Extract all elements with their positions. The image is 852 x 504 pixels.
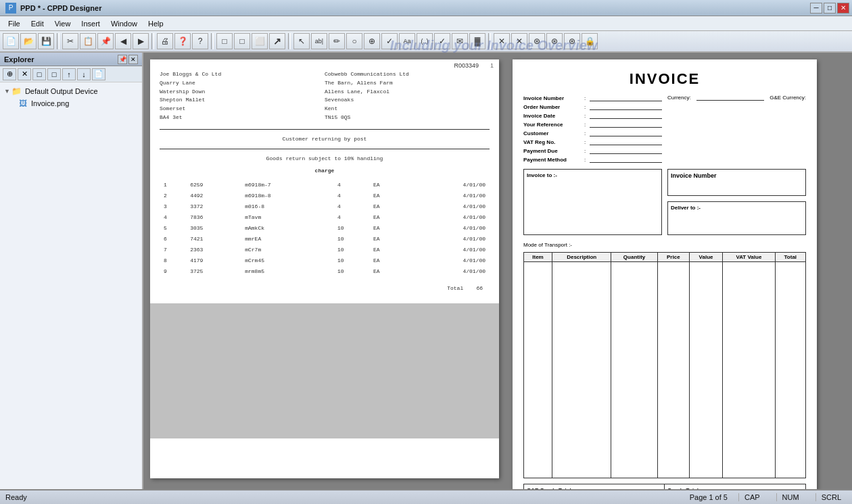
toolbar-back[interactable]: ◀: [115, 33, 131, 49]
exp-expand[interactable]: □: [47, 68, 61, 80]
status-right: Page 1 of 5 CAP NUM SCRL: [690, 493, 847, 501]
toolbar-star2[interactable]: ⊛: [546, 33, 563, 49]
table-row: 16259m6918m-74EA4/01/00: [161, 180, 488, 190]
exp-collapse[interactable]: □: [32, 68, 46, 80]
toolbar-star3[interactable]: ⊛: [564, 33, 580, 49]
table-row: 53035mAmkCk10EA4/01/00: [161, 224, 488, 233]
page-2: INVOICE Invoice Number : Order Number :: [513, 59, 817, 489]
toolbar-copy[interactable]: 📋: [80, 33, 96, 49]
toolbar-save[interactable]: 💾: [38, 33, 54, 49]
toolbar-pen[interactable]: ✏: [329, 33, 345, 49]
toolbar: 📄 📂 💾 ✂ 📋 📌 ◀ ▶ 🖨 ❓ ? □ □ ⬜ ↗ ↖ ab| ✏ ○ …: [0, 31, 852, 53]
toolbar-circle[interactable]: ○: [346, 33, 362, 49]
menu-insert[interactable]: Insert: [76, 18, 105, 29]
toolbar-mail[interactable]: ✉: [452, 33, 468, 49]
toolbar-box1[interactable]: □: [216, 33, 233, 49]
toolbar-box2[interactable]: □: [234, 33, 250, 49]
toolbar-x2[interactable]: ✕: [511, 33, 527, 49]
address-section: Invoice to :- Invoice Number Deliver to …: [523, 169, 806, 238]
explorer-close[interactable]: ✕: [128, 55, 138, 64]
explorer-toolbar: ⊕ ✕ □ □ ↑ ↓ 📄: [0, 66, 142, 82]
menu-window[interactable]: Window: [105, 18, 143, 29]
toolbar-text-box[interactable]: ab|: [311, 33, 327, 49]
field-payment-method: Payment Method :: [523, 156, 662, 163]
toolbar-plus[interactable]: ⊕: [364, 33, 380, 49]
toolbar-aa[interactable]: Aa: [399, 33, 415, 49]
explorer-title: Explorer: [4, 55, 118, 64]
toolbar-open[interactable]: 📂: [20, 33, 37, 49]
toolbar-check[interactable]: ✓: [381, 33, 398, 49]
toolbar-help2[interactable]: ?: [192, 33, 208, 49]
toolbar-paren[interactable]: (..): [417, 33, 433, 49]
currency-row: Currency: G&E Currency:: [667, 95, 806, 101]
toolbar-tick[interactable]: ✓: [434, 33, 450, 49]
exp-add[interactable]: ⊕: [3, 68, 16, 80]
toolbar-sep-3: [211, 33, 214, 49]
tree-item-default-output[interactable]: ▼ 📁 Default Output Device: [3, 85, 139, 97]
toolbar-paste[interactable]: 📌: [97, 33, 114, 49]
table-body-row: [524, 262, 806, 478]
field-invoice-date: Invoice Date :: [523, 112, 662, 119]
toolbar-forward[interactable]: ▶: [133, 33, 149, 49]
table-row: 67421mmrEA10EA4/01/00: [161, 234, 488, 244]
doc-header: Joe Bloggs & Co Ltd Quarry Lane Watershi…: [160, 70, 490, 122]
canvas-area[interactable]: R003349 1 Joe Bloggs & Co Ltd Quarry Lan…: [143, 53, 852, 489]
tree-label-default-output: Default Output Device: [25, 87, 98, 95]
menu-file[interactable]: File: [3, 18, 26, 29]
menu-help[interactable]: Help: [143, 18, 169, 29]
goods-total: Goods Total: [667, 487, 803, 489]
app-title: PPD * - CPPD Designer: [20, 4, 101, 12]
col-vat: VAT Value: [723, 253, 775, 262]
items-table-page1: 16259m6918m-74EA4/01/00 24492m6918m-84EA…: [160, 179, 490, 278]
tree-arrow: ▼: [4, 88, 10, 95]
col-item: Item: [524, 253, 552, 262]
exp-down[interactable]: ↓: [77, 68, 91, 80]
goods-note: Goods return subject to 10% handling: [160, 155, 490, 163]
toolbar-sep-4: [288, 33, 291, 49]
explorer-panel: Explorer 📌 ✕ ⊕ ✕ □ □ ↑ ↓ 📄 ▼ 📁 Default O…: [0, 53, 143, 489]
invoice-number-box: Invoice Number: [667, 169, 806, 196]
tree-item-invoice-png[interactable]: 🖼 Invoice.png: [16, 97, 139, 109]
col-value: Value: [689, 253, 722, 262]
toolbar-arrow[interactable]: ↗: [269, 33, 285, 49]
menu-edit[interactable]: Edit: [26, 18, 49, 29]
table-row: 84179mCrm4510EA4/01/00: [161, 256, 488, 266]
col-price: Price: [657, 253, 689, 262]
doc-divider-2: [160, 149, 490, 149]
toolbar-star1[interactable]: ⊛: [529, 33, 545, 49]
toolbar-cut[interactable]: ✂: [62, 33, 78, 49]
toolbar-help[interactable]: ❓: [174, 33, 191, 49]
tree-children: 🖼 Invoice.png: [16, 97, 139, 109]
gray-area: [150, 303, 499, 438]
status-text: Ready: [5, 493, 27, 501]
toolbar-lock[interactable]: 🔒: [582, 33, 598, 49]
field-payment-due: Payment Due :: [523, 147, 662, 154]
toolbar-sep-5: [488, 33, 491, 49]
doc-divider: [160, 129, 490, 130]
deliver-to-box: Deliver to :-: [667, 201, 806, 235]
field-customer: Customer :: [523, 130, 662, 136]
maximize-button[interactable]: □: [824, 3, 836, 14]
toolbar-box3[interactable]: ⬜: [252, 33, 268, 49]
toolbar-new[interactable]: 📄: [3, 33, 19, 49]
cap-indicator: CAP: [738, 493, 765, 501]
col-total: Total: [775, 253, 805, 262]
exp-up[interactable]: ↑: [62, 68, 76, 80]
exp-remove[interactable]: ✕: [18, 68, 31, 80]
close-button[interactable]: ✕: [837, 3, 849, 14]
explorer-pin[interactable]: 📌: [118, 55, 127, 64]
field-vat-reg: VAT Reg No. :: [523, 138, 662, 145]
page-info: Page 1 of 5: [690, 493, 728, 501]
toolbar-barcode[interactable]: ▓: [469, 33, 486, 49]
toolbar-print[interactable]: 🖨: [157, 33, 173, 49]
table-row: 33372m016-84EA4/01/00: [161, 202, 488, 211]
page-number: 1: [490, 62, 494, 69]
minimize-button[interactable]: ─: [810, 3, 822, 14]
sender-address: Joe Bloggs & Co Ltd Quarry Lane Watershi…: [160, 70, 325, 122]
toolbar-x1[interactable]: ✕: [494, 33, 510, 49]
menu-view[interactable]: View: [49, 18, 76, 29]
toolbar-select[interactable]: ↖: [293, 33, 310, 49]
exp-doc[interactable]: 📄: [92, 68, 105, 80]
right-fields: Currency: G&E Currency:: [667, 95, 806, 165]
menu-bar: File Edit View Insert Window Help: [0, 16, 852, 31]
